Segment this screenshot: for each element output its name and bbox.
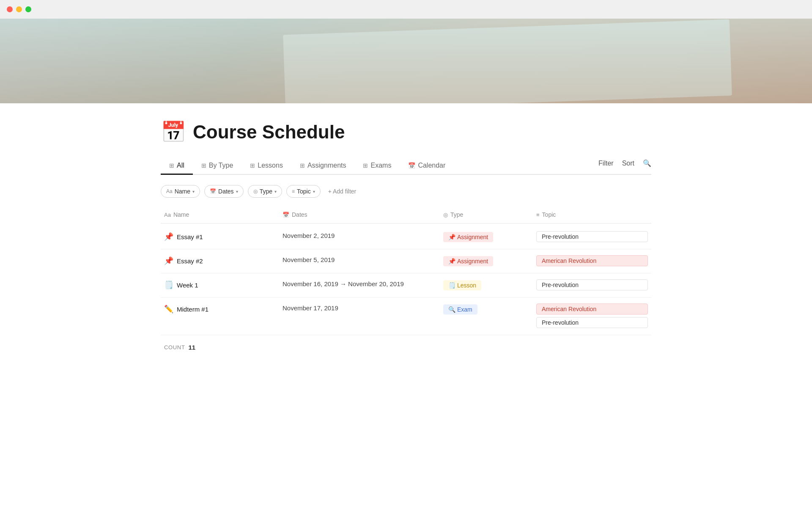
topic-chip: Pre-revolution	[536, 279, 648, 290]
type-badge-icon: 🗒️	[448, 282, 455, 289]
type-filter-label: Type	[260, 188, 272, 195]
cell-topic: Pre-revolution	[533, 275, 651, 295]
th-topic-label: Topic	[542, 211, 556, 218]
tab-assignments[interactable]: ⊞ Assignments	[291, 157, 355, 175]
dates-filter-icon: 📅	[210, 188, 216, 194]
topic-chip: Pre-revolution	[536, 231, 648, 242]
tab-assignments-icon: ⊞	[300, 162, 305, 169]
tab-lessons-icon: ⊞	[250, 162, 255, 169]
row-icon: 🗒️	[164, 280, 173, 290]
cell-type: 🗒️Lesson	[440, 275, 533, 295]
topic-chip: Pre-revolution	[536, 317, 648, 328]
add-filter-button[interactable]: + Add filter	[325, 185, 360, 197]
type-badge-icon: 📌	[448, 234, 455, 240]
tabs-row: ⊞ All ⊞ By Type ⊞ Lessons ⊞ Assignments …	[161, 157, 651, 175]
row-name: Midterm #1	[177, 306, 208, 313]
row-name: Essay #2	[177, 257, 203, 265]
cell-dates: November 2, 2019	[279, 227, 440, 244]
dates-filter-label: Dates	[218, 188, 234, 195]
type-badge: 🔍Exam	[443, 304, 477, 315]
search-button[interactable]: 🔍	[643, 159, 651, 167]
th-type: ◎ Type	[440, 210, 533, 220]
cell-dates: November 16, 2019 → November 20, 2019	[279, 275, 440, 293]
filter-type[interactable]: ◎ Type ▾	[248, 185, 282, 198]
type-badge-icon: 🔍	[448, 306, 455, 313]
tab-lessons-label: Lessons	[258, 162, 283, 169]
filter-name[interactable]: Aa Name ▾	[161, 185, 200, 198]
row-name: Essay #1	[177, 233, 203, 240]
th-name: Aa Name	[161, 210, 279, 220]
filter-button[interactable]: Filter	[598, 160, 614, 167]
cell-name: 🗒️Week 1	[161, 275, 279, 295]
cell-name: ✏️Midterm #1	[161, 299, 279, 319]
th-name-label: Name	[173, 211, 189, 218]
tab-by-type[interactable]: ⊞ By Type	[193, 157, 242, 175]
tab-by-type-icon: ⊞	[201, 162, 206, 169]
cell-dates: November 17, 2019	[279, 299, 440, 317]
filter-row: Aa Name ▾ 📅 Dates ▾ ◎ Type ▾ ≡ Topic ▾ +…	[161, 185, 651, 198]
type-badge: 🗒️Lesson	[443, 280, 481, 290]
page-title-row: 📅 Course Schedule	[161, 120, 651, 144]
type-badge-icon: 📌	[448, 258, 455, 265]
tab-calendar[interactable]: 📅 Calendar	[400, 157, 454, 175]
cell-topic: American Revolution	[533, 251, 651, 271]
table-row[interactable]: 📌Essay #2November 5, 2019📌AssignmentAmer…	[161, 249, 651, 273]
cell-dates: November 5, 2019	[279, 251, 440, 268]
tab-exams-icon: ⊞	[363, 162, 368, 169]
page-icon: 📅	[161, 120, 186, 144]
cell-type: 📌Assignment	[440, 251, 533, 271]
hero-image	[0, 19, 812, 103]
row-icon: 📌	[164, 232, 173, 241]
cell-name: 📌Essay #2	[161, 251, 279, 271]
cell-type: 📌Assignment	[440, 227, 533, 247]
filter-topic[interactable]: ≡ Topic ▾	[286, 185, 321, 198]
title-bar	[0, 0, 812, 19]
th-topic-icon: ≡	[536, 212, 540, 218]
minimize-button[interactable]	[16, 6, 22, 12]
tab-calendar-label: Calendar	[418, 162, 445, 169]
cell-topic: Pre-revolution	[533, 227, 651, 247]
count-label: COUNT	[164, 344, 185, 351]
name-filter-chevron-icon: ▾	[192, 189, 195, 194]
dates-filter-chevron-icon: ▾	[236, 189, 238, 194]
tab-all-label: All	[177, 162, 184, 169]
name-filter-icon: Aa	[166, 188, 173, 194]
topic-filter-label: Topic	[297, 188, 311, 195]
sort-button[interactable]: Sort	[622, 160, 634, 167]
tab-exams[interactable]: ⊞ Exams	[354, 157, 400, 175]
cell-topic: American RevolutionPre-revolution	[533, 299, 651, 333]
type-filter-icon: ◎	[253, 188, 258, 194]
th-topic: ≡ Topic	[533, 210, 651, 220]
topic-filter-icon: ≡	[292, 188, 295, 194]
topic-filter-chevron-icon: ▾	[313, 189, 315, 194]
table-row[interactable]: 🗒️Week 1November 16, 2019 → November 20,…	[161, 273, 651, 298]
tab-assignments-label: Assignments	[307, 162, 346, 169]
th-dates: 📅 Dates	[279, 210, 440, 220]
tab-exams-label: Exams	[370, 162, 391, 169]
table-row[interactable]: 📌Essay #1November 2, 2019📌AssignmentPre-…	[161, 225, 651, 249]
th-dates-icon: 📅	[283, 212, 289, 218]
tab-calendar-icon: 📅	[408, 162, 415, 169]
table-header: Aa Name 📅 Dates ◎ Type ≡ Topic	[161, 206, 651, 224]
topic-chip: American Revolution	[536, 255, 648, 266]
th-type-icon: ◎	[443, 212, 448, 218]
close-button[interactable]	[7, 6, 13, 12]
row-name: Week 1	[177, 282, 198, 289]
th-type-label: Type	[450, 211, 463, 218]
th-dates-label: Dates	[292, 211, 307, 218]
table-row[interactable]: ✏️Midterm #1November 17, 2019🔍ExamAmeric…	[161, 298, 651, 335]
tab-all[interactable]: ⊞ All	[161, 157, 193, 175]
topic-chip: American Revolution	[536, 304, 648, 315]
row-icon: ✏️	[164, 304, 173, 314]
cell-name: 📌Essay #1	[161, 227, 279, 246]
cell-type: 🔍Exam	[440, 299, 533, 320]
filter-dates[interactable]: 📅 Dates ▾	[204, 185, 244, 198]
count-value: 11	[188, 344, 195, 351]
name-filter-label: Name	[175, 188, 190, 195]
row-icon: 📌	[164, 256, 173, 265]
type-badge: 📌Assignment	[443, 256, 493, 266]
tab-lessons[interactable]: ⊞ Lessons	[241, 157, 291, 175]
type-filter-chevron-icon: ▾	[274, 189, 277, 194]
count-row: COUNT 11	[161, 335, 651, 359]
maximize-button[interactable]	[25, 6, 31, 12]
